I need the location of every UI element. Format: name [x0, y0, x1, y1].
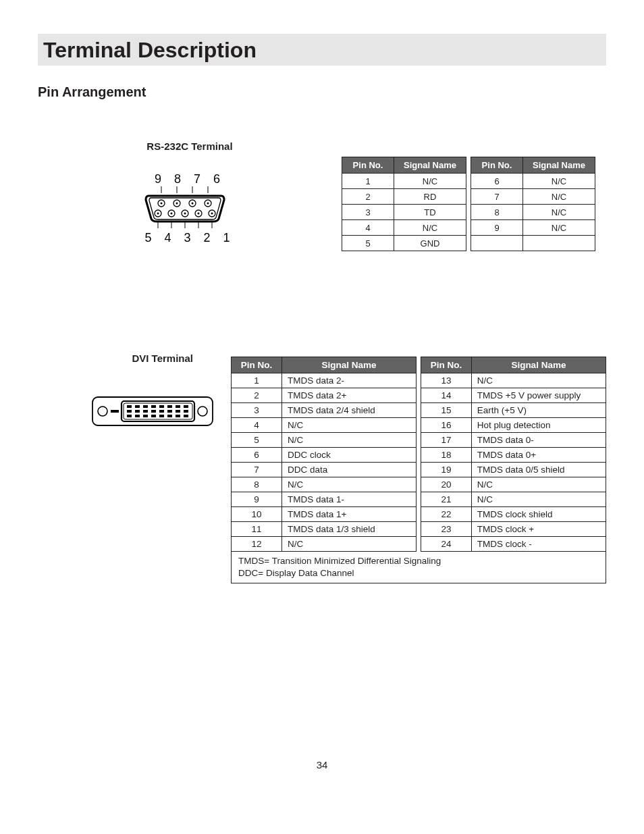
pin-cell: 22 — [421, 507, 472, 522]
rs232-section: RS-232C Terminal 9 8 7 6 — [38, 140, 606, 251]
pin-cell: 7 — [232, 463, 282, 477]
table-row: 9N/C — [471, 220, 595, 236]
table-row: 8N/C — [232, 477, 417, 492]
signal-cell: N/C — [523, 205, 595, 220]
dvi-table-left: Pin No. Signal Name 1TMDS data 2-2TMDS d… — [231, 357, 417, 552]
pin-cell: 12 — [232, 537, 282, 552]
svg-rect-45 — [159, 410, 164, 413]
signal-cell: TD — [394, 205, 466, 220]
table-row — [471, 236, 595, 251]
signal-cell: N/C — [281, 537, 416, 552]
svg-rect-49 — [127, 415, 132, 417]
svg-rect-44 — [151, 410, 156, 413]
table-row: 8N/C — [471, 205, 595, 220]
svg-point-9 — [192, 203, 194, 205]
signal-cell: TMDS data 0- — [471, 433, 606, 448]
svg-rect-42 — [135, 410, 140, 413]
svg-rect-46 — [167, 410, 172, 413]
pin-cell: 8 — [232, 477, 282, 492]
rs232-table-right: Pin No. Signal Name 6N/C7N/C8N/C9N/C — [471, 157, 595, 251]
svg-point-13 — [157, 213, 159, 215]
svg-rect-33 — [127, 405, 132, 408]
svg-rect-55 — [176, 415, 180, 417]
table-row: 18TMDS data 0+ — [421, 448, 606, 463]
table-row: 24TMDS clock - — [421, 537, 606, 552]
svg-point-5 — [161, 203, 163, 205]
signal-cell: TMDS data 1- — [281, 492, 416, 507]
table-row: 17TMDS data 0- — [421, 433, 606, 448]
subheading-pin-arrangement: Pin Arrangement — [38, 84, 606, 100]
pin-cell: 4 — [342, 220, 394, 236]
signal-cell: TMDS data 1/3 shield — [281, 522, 416, 537]
dvi-tables-wrap: Pin No. Signal Name 1TMDS data 2-2TMDS d… — [231, 357, 606, 583]
svg-rect-53 — [159, 415, 164, 417]
svg-rect-40 — [184, 405, 188, 408]
pin-cell: 6 — [232, 448, 282, 463]
pin-cell: 2 — [232, 388, 282, 403]
svg-rect-35 — [143, 405, 148, 408]
pin-cell: 2 — [342, 189, 394, 205]
table-row: 19TMDS data 0/5 shield — [421, 463, 606, 477]
table-row: 7DDC data — [232, 463, 417, 477]
signal-cell: TMDS clock shield — [471, 507, 606, 522]
table-row: 7N/C — [471, 189, 595, 205]
table-row: 16Hot plug detection — [421, 418, 606, 433]
dvi-footnote-line1: TMDS= Transition Minimized Differential … — [238, 555, 599, 567]
table-row: 5N/C — [232, 433, 417, 448]
pin-cell: 1 — [232, 373, 282, 388]
rs232-header-signal: Signal Name — [394, 157, 466, 174]
signal-cell: TMDS data 0/5 shield — [471, 463, 606, 477]
rs232-header-pin: Pin No. — [342, 157, 394, 174]
pin-cell: 24 — [421, 537, 472, 552]
signal-cell: N/C — [281, 418, 416, 433]
svg-rect-52 — [151, 415, 156, 417]
signal-cell: TMDS +5 V power supply — [471, 388, 606, 403]
pin-cell: 16 — [421, 418, 472, 433]
svg-point-17 — [184, 213, 186, 215]
rs232-tables: Pin No. Signal Name 1N/C2RD3TD4N/C5GND P… — [342, 157, 595, 251]
rs232-header-pin: Pin No. — [471, 157, 523, 174]
table-row: 11TMDS data 1/3 shield — [232, 522, 417, 537]
table-row: 9TMDS data 1- — [232, 492, 417, 507]
dvi-section: DVI Terminal — [38, 353, 606, 583]
pin-cell: 7 — [471, 189, 523, 205]
pin-cell: 23 — [421, 522, 472, 537]
dvi-table-right: Pin No. Signal Name 13N/C14TMDS +5 V pow… — [421, 357, 606, 552]
signal-cell: TMDS data 1+ — [281, 507, 416, 522]
pin-cell: 10 — [232, 507, 282, 522]
table-row: 1TMDS data 2- — [232, 373, 417, 388]
rs232-table-left: Pin No. Signal Name 1N/C2RD3TD4N/C5GND — [342, 157, 466, 251]
pin-cell: 5 — [342, 236, 394, 251]
svg-point-28 — [98, 407, 107, 416]
dvi-header-signal: Signal Name — [471, 357, 606, 373]
page-title: Terminal Description — [38, 34, 606, 66]
table-row: 1N/C — [342, 174, 466, 189]
svg-rect-30 — [111, 410, 119, 413]
pin-cell: 1 — [342, 174, 394, 189]
pin-cell: 20 — [421, 477, 472, 492]
pin-cell: 6 — [471, 174, 523, 189]
signal-cell: N/C — [471, 492, 606, 507]
signal-cell: GND — [394, 236, 466, 251]
svg-rect-41 — [127, 410, 132, 413]
signal-cell: N/C — [281, 433, 416, 448]
svg-rect-54 — [167, 415, 172, 417]
pin-cell: 18 — [421, 448, 472, 463]
signal-cell: DDC data — [281, 463, 416, 477]
signal-cell: TMDS data 2- — [281, 373, 416, 388]
svg-rect-50 — [135, 415, 140, 417]
page-number: 34 — [38, 759, 606, 771]
table-row: 10TMDS data 1+ — [232, 507, 417, 522]
pin-cell — [471, 236, 523, 251]
pin-cell: 11 — [232, 522, 282, 537]
signal-cell: N/C — [471, 477, 606, 492]
dvi-header-pin: Pin No. — [232, 357, 282, 373]
dvi-connector-icon — [92, 396, 213, 426]
svg-rect-34 — [135, 405, 140, 408]
table-row: 2RD — [342, 189, 466, 205]
svg-rect-31 — [122, 401, 194, 421]
svg-rect-39 — [176, 405, 180, 408]
pin-cell: 3 — [232, 403, 282, 418]
table-row: 2TMDS data 2+ — [232, 388, 417, 403]
signal-cell: TMDS data 2+ — [281, 388, 416, 403]
